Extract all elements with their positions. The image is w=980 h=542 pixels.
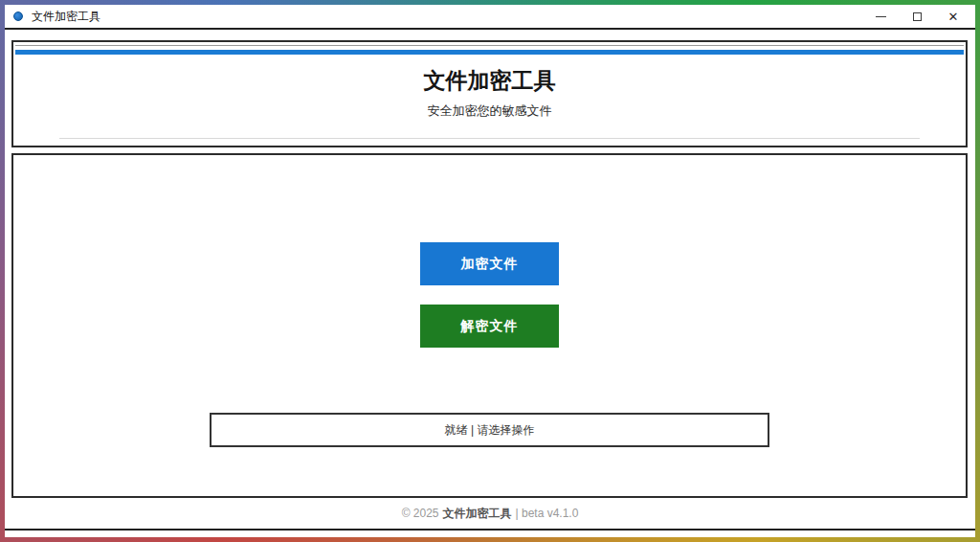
minimize-icon (876, 16, 886, 17)
header-bottom-rule (59, 138, 920, 139)
footer: © 2025 文件加密工具 | beta v4.1.0 (5, 498, 975, 529)
footer-copyright: © 2025 (402, 507, 439, 520)
main-card: 加密文件 解密文件 就绪 | 请选择操作 (11, 153, 968, 498)
titlebar[interactable]: 文件加密工具 ✕ (5, 5, 975, 28)
app-icon[interactable] (13, 11, 23, 21)
decrypt-file-button[interactable]: 解密文件 (420, 305, 559, 348)
encrypt-file-button[interactable]: 加密文件 (420, 242, 559, 285)
status-box: 就绪 | 请选择操作 (210, 413, 769, 447)
page-title: 文件加密工具 (13, 66, 966, 96)
header-accent-bar (15, 50, 964, 55)
window-title: 文件加密工具 (32, 9, 100, 25)
app-window: 文件加密工具 ✕ 文件加密工具 安全加密您的敏感文件 加密文件 (5, 5, 975, 537)
header-inner-hairline (15, 45, 964, 46)
close-icon: ✕ (948, 11, 959, 23)
window-bottom-edge (5, 529, 975, 531)
footer-app-name: 文件加密工具 (443, 506, 512, 522)
footer-version: | beta v4.1.0 (516, 507, 579, 520)
status-text: 就绪 | 请选择操作 (445, 422, 535, 439)
maximize-button[interactable] (899, 5, 935, 28)
close-button[interactable]: ✕ (935, 5, 971, 28)
titlebar-separator (5, 28, 975, 30)
minimize-button[interactable] (862, 5, 899, 28)
maximize-icon (913, 12, 922, 21)
header-card: 文件加密工具 安全加密您的敏感文件 (11, 40, 968, 147)
window-controls: ✕ (862, 5, 975, 28)
page-subtitle: 安全加密您的敏感文件 (13, 102, 966, 120)
screenshot-gradient-frame: 文件加密工具 ✕ 文件加密工具 安全加密您的敏感文件 加密文件 (0, 0, 980, 542)
